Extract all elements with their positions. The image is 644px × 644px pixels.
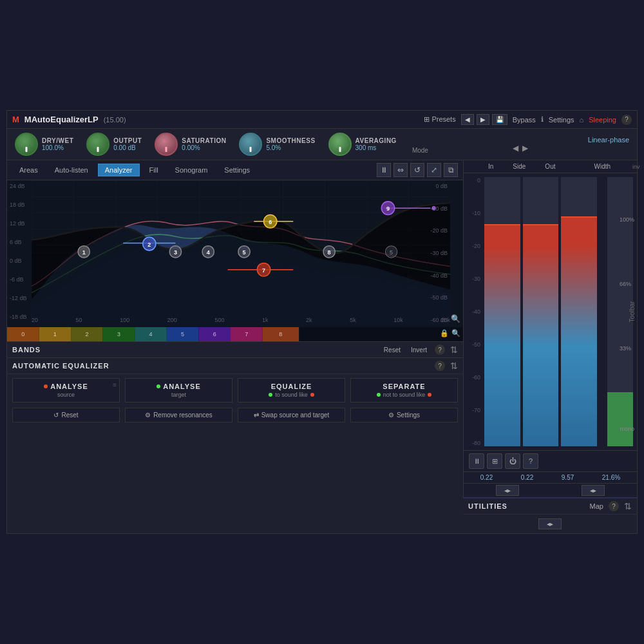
meter-help-button[interactable]: ? bbox=[523, 453, 538, 469]
analyse-target-sub: target bbox=[171, 392, 186, 398]
eq-db-labels-right: 0 dB-10 dB-20 dB-30 dB -40 dB-50 dB-60 d… bbox=[426, 180, 450, 326]
auto-eq-header: AUTOMATIC EQUALIZER ? ⇅ bbox=[7, 358, 463, 374]
meter-width-fill bbox=[607, 392, 633, 446]
meter-in-peak bbox=[484, 224, 520, 225]
zoom-icon2[interactable]: 🔍 bbox=[451, 329, 460, 337]
analyse-source-button[interactable]: ANALYSE source ≡ bbox=[12, 378, 120, 402]
meter-side-buttons: ⏸ ⊞ ⏻ ? bbox=[464, 450, 637, 471]
piano-roll-svg: 0 1 2 3 4 5 6 7 8 bbox=[7, 327, 463, 341]
aeq-settings-button[interactable]: ⚙ Settings bbox=[350, 408, 458, 422]
analyse-source-menu[interactable]: ≡ bbox=[113, 381, 117, 388]
saturation-label: SATURATION bbox=[182, 137, 226, 144]
tab-fill[interactable]: Fill bbox=[142, 164, 166, 176]
meter-grid-button[interactable]: ⊞ bbox=[487, 453, 502, 469]
bands-invert-button[interactable]: Invert bbox=[408, 345, 430, 355]
tab-settings[interactable]: Settings bbox=[217, 164, 257, 176]
drywet-label: DRY/WET bbox=[42, 137, 73, 144]
info-icon[interactable]: ℹ bbox=[541, 115, 544, 124]
sleeping-status: Sleeping bbox=[589, 116, 616, 124]
bypass-button[interactable]: Bypass bbox=[513, 116, 536, 124]
aeq-settings-label: Settings bbox=[397, 412, 420, 419]
output-knob[interactable] bbox=[86, 133, 109, 156]
auto-eq-help-button[interactable]: ? bbox=[435, 361, 445, 371]
reset-action-button[interactable]: ↺ Reset bbox=[12, 408, 120, 422]
drywet-value: 100.0% bbox=[42, 144, 73, 151]
meter-out-value: 9.57 bbox=[562, 474, 574, 481]
separate-sub: not to sound like bbox=[377, 392, 432, 398]
saturation-knob[interactable] bbox=[155, 133, 178, 156]
logo: M bbox=[12, 115, 19, 124]
remove-resonances-button[interactable]: ⚙ Remove resonances bbox=[125, 408, 232, 422]
tab-sonogram[interactable]: Sonogram bbox=[168, 164, 215, 176]
bands-reset-button[interactable]: Reset bbox=[381, 345, 403, 355]
smoothness-value: 5.0% bbox=[266, 144, 315, 151]
svg-text:2: 2 bbox=[85, 331, 88, 337]
reset-icon-btn[interactable]: ↺ bbox=[410, 163, 424, 177]
percent-100: 100% bbox=[620, 216, 634, 223]
svg-text:3: 3 bbox=[117, 331, 120, 337]
drywet-group: DRY/WET 100.0% bbox=[15, 133, 73, 156]
utilities-arrows-button[interactable]: ⇅ bbox=[624, 501, 632, 511]
meter-out-label: Out bbox=[545, 163, 555, 170]
nav-forward-button[interactable]: ▶ bbox=[477, 114, 489, 125]
analyse-target-dot bbox=[156, 384, 160, 388]
analyse-target-button[interactable]: ANALYSE target bbox=[125, 378, 232, 402]
separate-button[interactable]: SEPARATE not to sound like bbox=[350, 378, 458, 402]
bands-section: BANDS Reset Invert ? ⇅ bbox=[7, 341, 463, 357]
plugin-wrapper: M MAutoEqualizerLP (15.00) ⊞ Presets ◀ ▶… bbox=[6, 110, 638, 534]
utilities-nav-button[interactable]: ◂▸ bbox=[538, 518, 562, 529]
tab-autolisten[interactable]: Auto-listen bbox=[48, 164, 95, 176]
smoothness-knob[interactable] bbox=[239, 133, 262, 156]
presets-button[interactable]: ⊞ Presets bbox=[424, 115, 455, 124]
utilities-help-button[interactable]: ? bbox=[609, 501, 619, 511]
auto-eq-arrows-button[interactable]: ⇅ bbox=[450, 361, 458, 371]
bands-arrows-button[interactable]: ⇅ bbox=[450, 345, 458, 355]
main-layout: Areas Auto-listen Analyzer Fill Sonogram… bbox=[7, 160, 637, 533]
analyse-source-dot bbox=[44, 384, 48, 388]
averaging-value: 300 ms bbox=[355, 144, 397, 151]
tab-analyzer[interactable]: Analyzer bbox=[98, 164, 140, 176]
zoom-icon[interactable]: 🔍 bbox=[451, 314, 460, 323]
utilities-content: ◂▸ bbox=[463, 515, 637, 533]
help-button[interactable]: ? bbox=[621, 115, 632, 125]
lock-icon[interactable]: 🔒 bbox=[440, 329, 449, 337]
nav-save-button[interactable]: 💾 bbox=[492, 114, 507, 125]
meter-side-peak bbox=[523, 224, 559, 225]
percent-33: 33% bbox=[620, 345, 634, 352]
equalize-button[interactable]: EQUALIZE to sound like bbox=[238, 378, 345, 402]
home-icon[interactable]: ⌂ bbox=[580, 116, 584, 124]
settings-button[interactable]: Settings bbox=[549, 116, 574, 124]
eq-section: Areas Auto-listen Analyzer Fill Sonogram… bbox=[7, 160, 463, 533]
analyse-source-sub: source bbox=[57, 392, 75, 398]
nav-back-button[interactable]: ◀ bbox=[461, 114, 474, 125]
averaging-knob[interactable] bbox=[328, 133, 352, 156]
svg-text:4: 4 bbox=[149, 331, 153, 337]
eq-canvas[interactable]: 24 dB18 dB12 dB6 dB 0 dB-6 dB-12 dB-18 d… bbox=[7, 180, 463, 341]
tab-areas[interactable]: Areas bbox=[12, 164, 45, 176]
svg-text:8: 8 bbox=[328, 249, 331, 256]
linear-phase-next[interactable]: ▶ bbox=[521, 144, 529, 153]
separate-label: SEPARATE bbox=[383, 383, 425, 390]
mode-label: Linear-phase bbox=[588, 136, 629, 144]
expand-icon-btn[interactable]: ⤢ bbox=[427, 163, 441, 177]
meter-pause-button[interactable]: ⏸ bbox=[469, 453, 484, 469]
drywet-knob[interactable] bbox=[15, 133, 38, 156]
bands-help-button[interactable]: ? bbox=[435, 345, 445, 355]
svg-text:7: 7 bbox=[262, 267, 265, 274]
meter-out-peak bbox=[561, 216, 597, 218]
linear-phase-prev[interactable]: ◀ bbox=[511, 144, 520, 153]
svg-text:5: 5 bbox=[243, 249, 246, 256]
meter-right-arrow-button[interactable]: ◂▸ bbox=[582, 485, 605, 496]
reset-icon: ↺ bbox=[53, 412, 59, 419]
swap-source-target-button[interactable]: ⇄ Swap source and target bbox=[238, 408, 345, 422]
swap-icon: ⇄ bbox=[254, 412, 259, 419]
meter-power-button[interactable]: ⏻ bbox=[505, 453, 520, 469]
plugin-version: (15.00) bbox=[104, 116, 126, 124]
eq-curve-area[interactable]: 1 2 3 4 5 bbox=[32, 180, 450, 326]
utilities-map-button[interactable]: Map bbox=[590, 502, 603, 510]
meter-left-arrow-button[interactable]: ◂▸ bbox=[496, 485, 519, 496]
exchange-icon-btn[interactable]: ⇔ bbox=[393, 163, 408, 177]
svg-text:5: 5 bbox=[390, 249, 393, 256]
pause-icon-btn[interactable]: ⏸ bbox=[377, 163, 391, 177]
copy-icon-btn[interactable]: ⧉ bbox=[444, 163, 458, 177]
